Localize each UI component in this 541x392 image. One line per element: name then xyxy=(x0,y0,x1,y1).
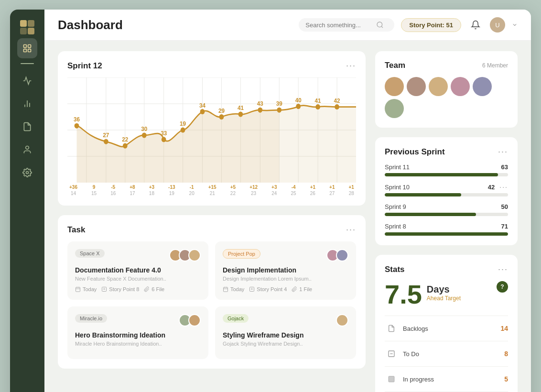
task2-avatar2 xyxy=(336,249,348,261)
sprint-more-btn[interactable]: ··· xyxy=(346,61,356,71)
task-item-3: Miracle.io Hero Brainstorming Ideation M… xyxy=(67,306,208,359)
svg-text:41: 41 xyxy=(315,97,321,104)
prev-sprint-more-btn[interactable]: ··· xyxy=(498,147,508,157)
svg-point-40 xyxy=(200,109,205,114)
task-item-2: Project Pop Design Implementation Design… xyxy=(215,241,356,300)
team-avatar-3 xyxy=(429,77,448,96)
task2-avatars xyxy=(326,249,348,261)
svg-rect-6 xyxy=(24,49,27,52)
search-input[interactable] xyxy=(305,22,372,29)
task3-tag: Miracle.io xyxy=(75,314,107,323)
backlogs-label: Backlogs xyxy=(403,325,496,332)
team-card: Team 6 Member xyxy=(375,51,518,128)
task4-tag: Gojack xyxy=(223,314,249,323)
stats-more-btn[interactable]: ··· xyxy=(498,264,508,274)
svg-point-42 xyxy=(238,112,243,117)
sprint11-name: Sprint 11 xyxy=(385,163,410,171)
svg-rect-7 xyxy=(28,49,31,52)
sprint-item-10: Sprint 10 42 ··· xyxy=(385,183,508,196)
sprint11-bar xyxy=(385,173,498,176)
sidebar-divider xyxy=(21,63,34,64)
sprint10-header: Sprint 10 42 ··· xyxy=(385,183,508,191)
task2-date-label: Today xyxy=(230,286,244,292)
sidebar-item-document[interactable] xyxy=(17,117,37,137)
sprint8-header: Sprint 8 71 xyxy=(385,223,508,230)
backlogs-value: 14 xyxy=(500,325,508,332)
file-icon xyxy=(292,286,297,292)
task2-files: 1 File xyxy=(292,286,312,292)
user-avatar[interactable]: U xyxy=(490,17,505,33)
notification-icon[interactable] xyxy=(468,17,483,33)
svg-point-45 xyxy=(296,104,301,109)
task4-header: Gojack xyxy=(223,314,348,327)
sidebar-item-chart[interactable] xyxy=(17,94,37,114)
sidebar-item-activity[interactable] xyxy=(17,71,37,91)
sprint-chart: 36 27 22 30 33 19 34 29 41 43 39 40 xyxy=(67,77,356,183)
svg-point-41 xyxy=(219,114,224,120)
svg-text:19: 19 xyxy=(180,120,186,128)
sprint10-more-btn[interactable]: ··· xyxy=(499,183,508,191)
svg-text:30: 30 xyxy=(141,126,147,133)
svg-rect-69 xyxy=(224,287,228,292)
task-grid: Space X Documentation Feature 4.0 New Fe… xyxy=(67,241,356,359)
sidebar-item-user[interactable] xyxy=(17,140,37,160)
sprint10-score: 42 xyxy=(488,184,495,191)
svg-point-37 xyxy=(142,133,147,138)
task-title: Task xyxy=(67,225,86,235)
svg-rect-4 xyxy=(24,45,27,48)
logo[interactable] xyxy=(18,18,36,38)
inprogress-icon xyxy=(385,372,398,386)
stats-row-inprogress: In progress 5 xyxy=(385,372,508,386)
sprint9-bar xyxy=(385,213,476,216)
svg-text:42: 42 xyxy=(334,97,340,104)
story-icon xyxy=(249,286,255,292)
svg-point-34 xyxy=(75,123,79,129)
task1-date: Today xyxy=(75,286,97,292)
story-icon xyxy=(101,286,107,292)
task2-date: Today xyxy=(223,286,244,292)
sprint9-header: Sprint 9 50 xyxy=(385,203,508,210)
header-icons: U xyxy=(468,17,518,33)
task1-story-label: Story Point 8 xyxy=(109,286,139,292)
stats-label: Days Ahead Target xyxy=(427,284,461,302)
sprint11-bar-bg xyxy=(385,173,508,176)
sprint8-bar xyxy=(385,232,508,236)
sidebar-item-home[interactable] xyxy=(17,38,37,58)
stats-sub-label: Ahead Target xyxy=(427,295,461,302)
sprint-title: Sprint 12 xyxy=(67,61,102,71)
inprogress-label: In progress xyxy=(403,376,499,383)
task-item-4: Gojack Styling Wireframe Design Gojack S… xyxy=(215,306,356,359)
sprint10-bar xyxy=(385,193,461,196)
stats-divider-1 xyxy=(385,316,508,316)
team-avatar-1 xyxy=(385,77,404,96)
task2-files-label: 1 File xyxy=(299,286,312,292)
previous-sprint-card: Previous Sprint ··· Sprint 11 63 xyxy=(375,137,518,245)
sprint9-bar-bg xyxy=(385,213,508,216)
search-bar[interactable] xyxy=(299,18,394,32)
task4-desc: Gojack Styling Wireframe Design.. xyxy=(223,341,348,347)
sprint9-score: 50 xyxy=(501,203,508,210)
calendar-icon xyxy=(223,286,228,292)
member-count: 6 Member xyxy=(482,62,508,69)
left-panel: Sprint 12 ··· xyxy=(58,51,366,392)
search-icon xyxy=(376,21,384,29)
sprint11-score: 63 xyxy=(501,163,508,171)
svg-line-15 xyxy=(381,26,383,28)
svg-text:36: 36 xyxy=(74,116,80,123)
task1-desc: New Feature Space X Documentation.. xyxy=(75,276,201,282)
sidebar-item-settings[interactable] xyxy=(17,163,37,183)
task-more-btn[interactable]: ··· xyxy=(346,225,356,235)
task1-files: 6 File xyxy=(144,286,164,292)
task1-meta: Today Story Point 8 6 File xyxy=(75,286,201,292)
svg-text:40: 40 xyxy=(295,97,302,104)
stats-help-btn[interactable]: ? xyxy=(497,281,508,293)
task2-tag: Project Pop xyxy=(223,249,260,259)
sprint-card-header: Sprint 12 ··· xyxy=(67,61,356,71)
task2-desc: Design Implementation Lorem Ipsum.. xyxy=(223,276,348,282)
team-avatar-5 xyxy=(473,77,492,96)
task-card-header: Task ··· xyxy=(67,225,356,235)
right-panel: Team 6 Member Previous Spr xyxy=(375,51,518,392)
svg-rect-5 xyxy=(28,45,31,48)
inprogress-value: 5 xyxy=(504,375,508,383)
team-avatar-4 xyxy=(451,77,470,96)
